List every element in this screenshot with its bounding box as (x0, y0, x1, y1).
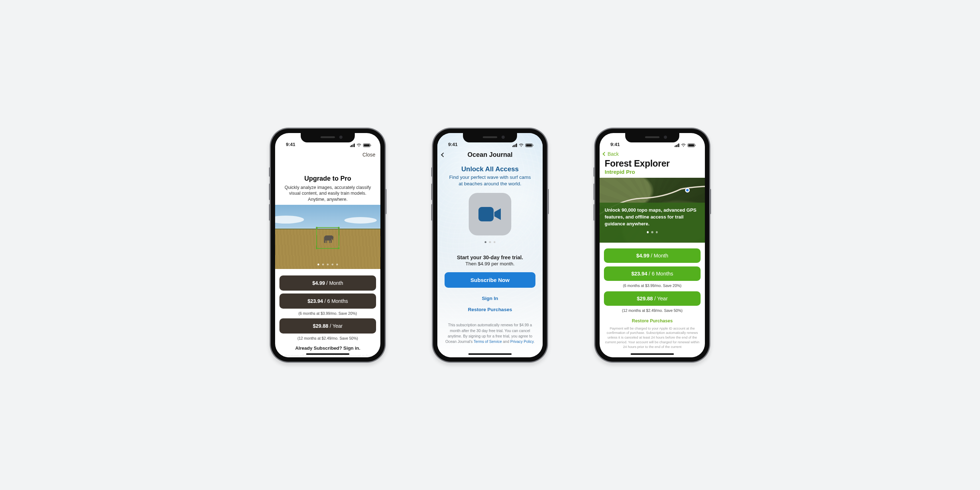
phone-3: 9:41 Back Forest Explorer Intrepid Pro (594, 128, 710, 363)
nav-title: Ocean Journal (467, 151, 512, 159)
notch (625, 133, 679, 142)
hero-image (275, 205, 380, 269)
cellular-icon (675, 143, 679, 147)
notch (301, 133, 355, 142)
feature-pager (438, 241, 542, 243)
page-subtitle: Quickly analyze images, accurately class… (275, 185, 380, 203)
status-time: 9:41 (286, 142, 295, 147)
sign-in-link[interactable]: Sign In (438, 296, 542, 301)
home-indicator[interactable] (631, 353, 674, 355)
tier-name: Intrepid Pro (605, 169, 705, 175)
volume-up (269, 183, 270, 200)
trial-price: Then $4.99 per month. (438, 261, 542, 266)
chevron-left-icon (603, 152, 606, 156)
svg-rect-0 (479, 207, 493, 221)
plan-yearly-note: (12 months at $2.49/mo. Save 50%) (280, 336, 376, 340)
volume-up (431, 183, 433, 200)
restore-purchases-link[interactable]: Restore Purchases (438, 307, 542, 312)
wifi-icon (356, 143, 362, 147)
power-button (710, 189, 711, 214)
map-hero: Unlock 90,000 topo maps, advanced GPS fe… (600, 178, 705, 243)
hero-pager (318, 264, 338, 266)
plan-yearly-note: (12 months at $2.49/mo. Save 50%) (600, 308, 705, 313)
page-title: Upgrade to Pro (275, 175, 380, 183)
subheadline: Find your perfect wave with surf cams at… (438, 174, 542, 187)
restore-purchases-link[interactable]: Restore Purchases (600, 318, 705, 323)
power-button (547, 189, 549, 214)
status-time: 9:41 (448, 142, 458, 147)
gps-location-dot (685, 188, 690, 192)
subscribe-button[interactable]: Subscribe Now (445, 272, 535, 288)
volume-up (593, 183, 595, 200)
volume-down (269, 204, 270, 221)
plan-6month-button[interactable]: $23.94 / 6 Months (604, 266, 700, 281)
back-button[interactable] (442, 151, 445, 158)
plan-6month-button[interactable]: $23.94 / 6 Months (280, 293, 376, 309)
map-overlay: Unlock 90,000 topo maps, advanced GPS fe… (600, 203, 705, 242)
headline: Unlock All Access (438, 165, 542, 173)
wifi-icon (681, 143, 686, 147)
notch (463, 133, 517, 142)
legal-text: Payment will be charged to your Apple ID… (600, 323, 705, 349)
privacy-link[interactable]: Privacy Policy (510, 339, 534, 344)
status-time: 9:41 (611, 142, 620, 147)
silence-switch (593, 167, 595, 177)
plan-monthly-button[interactable]: $4.99 / Month (280, 275, 376, 291)
video-camera-icon (478, 205, 502, 224)
battery-icon (687, 143, 696, 147)
chevron-left-icon (441, 153, 445, 157)
home-indicator[interactable] (468, 353, 512, 355)
trial-headline: Start your 30-day free trial. (438, 255, 542, 260)
close-button[interactable]: Close (362, 152, 375, 158)
back-button[interactable]: Back (603, 151, 705, 157)
plan-6month-note: (6 months at $3.99/mo. Save 20%) (600, 283, 705, 288)
plan-monthly-button[interactable]: $4.99 / Month (604, 248, 700, 263)
home-indicator[interactable] (306, 353, 349, 355)
app-name: Forest Explorer (605, 158, 705, 169)
feature-pager (605, 231, 700, 233)
camera-tile (469, 193, 511, 235)
disclaimer-text: This subscription automatically renews f… (438, 312, 542, 344)
phone-2: 9:41 Ocean Journal Unlock All Access (432, 128, 548, 363)
stage: 9:41 Close Upgrade to Pro Quickly analyz… (248, 113, 732, 377)
volume-down (593, 204, 595, 221)
plan-6month-note: (6 months at $3.99/mo. Save 20%) (280, 311, 376, 315)
battery-icon (363, 143, 371, 147)
cellular-icon (350, 143, 355, 147)
silence-switch (269, 167, 270, 177)
tos-link[interactable]: Terms of Service (474, 339, 502, 344)
battery-icon (525, 143, 534, 147)
wifi-icon (519, 143, 524, 147)
cellular-icon (512, 143, 517, 147)
elephant-icon (321, 234, 335, 244)
volume-down (431, 204, 433, 221)
power-button (385, 189, 387, 214)
silence-switch (431, 167, 433, 177)
phone-1: 9:41 Close Upgrade to Pro Quickly analyz… (270, 128, 386, 363)
plan-yearly-button[interactable]: $29.88 / Year (604, 291, 700, 306)
plan-yearly-button[interactable]: $29.88 / Year (280, 318, 376, 334)
